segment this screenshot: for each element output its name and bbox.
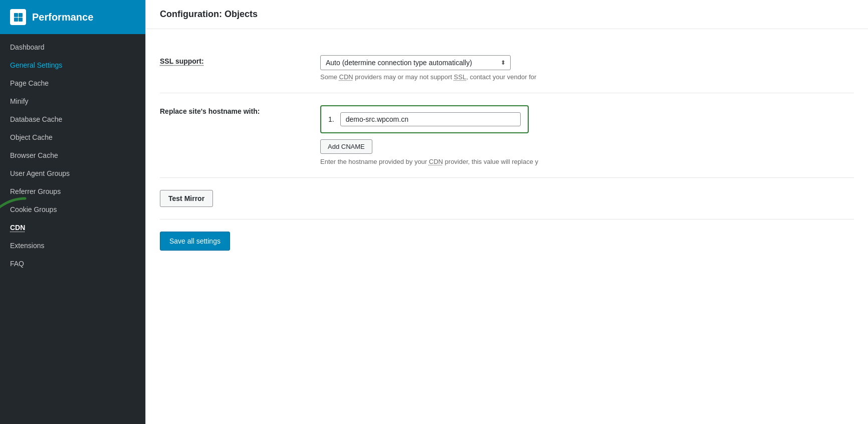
test-mirror-row: Test Mirror	[160, 178, 854, 220]
sidebar-item-referrer-groups[interactable]: Referrer Groups	[0, 182, 145, 200]
sidebar-item-object-cache[interactable]: Object Cache	[0, 128, 145, 146]
ssl-select[interactable]: Auto (determine connection type automati…	[320, 55, 511, 70]
cdn-abbr-2: CDN	[429, 158, 443, 165]
performance-icon	[10, 9, 26, 25]
ssl-control-col: Auto (determine connection type automati…	[320, 55, 854, 81]
ssl-support-text: support:	[175, 57, 204, 65]
sidebar-header: Performance	[0, 0, 145, 34]
ssl-abbr: SSL	[454, 73, 467, 81]
svg-rect-0	[14, 13, 18, 17]
save-row: Save all settings	[160, 220, 854, 263]
page-header: Configuration: Objects	[146, 0, 868, 29]
ssl-select-wrapper[interactable]: Auto (determine connection type automati…	[320, 55, 511, 70]
save-settings-button[interactable]: Save all settings	[160, 232, 230, 251]
sidebar-item-general-settings[interactable]: General Settings	[0, 56, 145, 74]
svg-rect-3	[19, 18, 23, 22]
sidebar-title: Performance	[32, 12, 93, 23]
cdn-abbr-1: CDN	[339, 73, 353, 81]
content-area: SSL support: Auto (determine connection …	[146, 29, 868, 277]
svg-rect-2	[14, 18, 18, 22]
sidebar-item-dashboard[interactable]: Dashboard	[0, 38, 145, 56]
sidebar-item-minify[interactable]: Minify	[0, 92, 145, 110]
test-mirror-button[interactable]: Test Mirror	[160, 190, 213, 207]
svg-rect-1	[19, 13, 23, 17]
hostname-row: Replace site's hostname with: 1. Add CNA…	[160, 93, 854, 178]
ssl-support-row: SSL support: Auto (determine connection …	[160, 43, 854, 93]
sidebar-item-user-agent-groups[interactable]: User Agent Groups	[0, 164, 145, 182]
sidebar-item-cdn[interactable]: CDN	[0, 219, 35, 237]
sidebar-nav: Dashboard General Settings Page Cache Mi…	[0, 34, 145, 277]
sidebar-item-database-cache[interactable]: Database Cache	[0, 110, 145, 128]
cname-input[interactable]	[340, 112, 521, 126]
add-cname-button[interactable]: Add CNAME	[320, 139, 372, 154]
hostname-label-col: Replace site's hostname with:	[160, 105, 300, 115]
hostname-description: Enter the hostname provided by your CDN …	[320, 158, 854, 165]
sidebar-item-page-cache[interactable]: Page Cache	[0, 74, 145, 92]
page-title: Configuration: Objects	[160, 9, 854, 20]
sidebar-item-faq[interactable]: FAQ	[0, 255, 145, 273]
main-content: Configuration: Objects SSL support: Auto…	[145, 0, 868, 424]
add-cname-row: Add CNAME	[320, 139, 854, 154]
cname-number: 1.	[328, 115, 334, 123]
hostname-label: Replace site's hostname with:	[160, 107, 260, 115]
ssl-text: SSL	[160, 57, 173, 65]
ssl-label: SSL support:	[160, 57, 204, 65]
sidebar-item-browser-cache[interactable]: Browser Cache	[0, 146, 145, 164]
sidebar-item-cookie-groups[interactable]: Cookie Groups	[0, 200, 145, 219]
hostname-control-col: 1. Add CNAME Enter the hostname provided…	[320, 105, 854, 165]
ssl-description: Some CDN providers may or may not suppor…	[320, 73, 854, 81]
sidebar-item-extensions[interactable]: Extensions	[0, 237, 145, 255]
ssl-label-col: SSL support:	[160, 55, 300, 65]
sidebar: Performance Dashboard General Settings P…	[0, 0, 145, 424]
cname-container: 1.	[320, 105, 529, 133]
